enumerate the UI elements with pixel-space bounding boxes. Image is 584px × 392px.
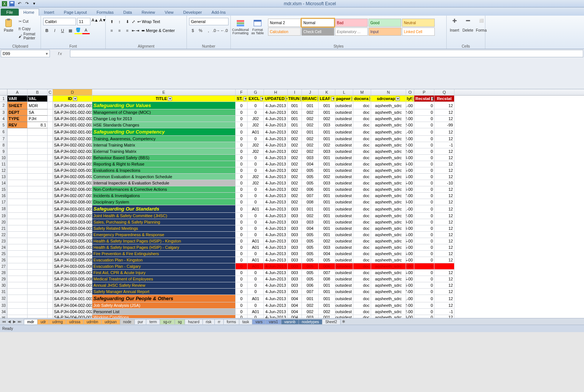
- cell-N29[interactable]: aqsheeth_sdrc: [371, 276, 406, 282]
- col-header-E[interactable]: E: [92, 89, 236, 95]
- sheet-tab-hazard[interactable]: hazard: [185, 319, 203, 324]
- cell-I15[interactable]: 002: [288, 186, 302, 193]
- cell-Q6[interactable]: 12: [434, 128, 454, 136]
- cell-Q18[interactable]: 12: [434, 205, 454, 213]
- sheet-tab-vars1[interactable]: vars1: [265, 319, 281, 324]
- cell-Q16[interactable]: 12: [434, 193, 454, 199]
- worksheet-grid[interactable]: ABCDEFGHIJKLMNOPQ 1234567891011121314151…: [0, 89, 584, 318]
- cell-P19[interactable]: 0: [414, 213, 434, 219]
- style-good[interactable]: Good: [368, 19, 401, 27]
- cell-J16[interactable]: 007: [302, 193, 319, 199]
- cell-O16[interactable]: 07-00: [406, 193, 414, 199]
- cell-O18[interactable]: 01-00: [406, 205, 414, 213]
- cell-B2[interactable]: MDR: [28, 102, 48, 109]
- cell-L26[interactable]: outsidest: [335, 257, 353, 263]
- cell-L16[interactable]: outsidest: [335, 193, 353, 199]
- cell-N31[interactable]: aqsheeth_sdrc: [371, 289, 406, 295]
- cell-B3[interactable]: SA: [28, 109, 48, 116]
- cell-K21[interactable]: 001: [319, 225, 335, 232]
- cell-L14[interactable]: outsidest: [335, 180, 353, 186]
- align-center-icon[interactable]: ≡: [116, 27, 123, 34]
- cell-P17[interactable]: 0: [414, 199, 434, 205]
- cell-K30[interactable]: 001: [319, 282, 335, 289]
- cell-O10[interactable]: 03-00: [406, 155, 414, 161]
- cell-J20[interactable]: 003: [302, 219, 319, 225]
- paste-button[interactable]: Paste: [2, 18, 15, 33]
- cell-styles-gallery[interactable]: Normal 2NormalBadGoodNeutralCalculationC…: [267, 18, 435, 36]
- cell-L24[interactable]: outsidest: [335, 244, 353, 251]
- chevron-down-icon[interactable]: ▾: [46, 51, 48, 56]
- cell-O24[interactable]: 05-00: [406, 244, 414, 251]
- col-header-I[interactable]: I: [288, 89, 302, 95]
- cell-D30[interactable]: SA-PJH-003-006-001: [53, 282, 92, 289]
- cell-K5[interactable]: 003: [319, 122, 335, 128]
- cell-D1[interactable]: ID: [53, 96, 92, 102]
- cell-D28[interactable]: SA-PJH-003-005-007: [53, 270, 92, 276]
- cell-L4[interactable]: outsidest: [335, 116, 353, 122]
- cell-N14[interactable]: aqsheeth_sdrc: [371, 180, 406, 186]
- cell-B7[interactable]: [28, 136, 48, 142]
- cell-K29[interactable]: 008: [319, 276, 335, 282]
- row-header-16[interactable]: 16: [0, 193, 7, 199]
- cell-K24[interactable]: 003: [319, 244, 335, 251]
- cell-H12[interactable]: 4-Jun-2013: [264, 167, 288, 174]
- filter-icon[interactable]: [369, 97, 370, 101]
- cell-C20[interactable]: [48, 219, 53, 225]
- cell-K32[interactable]: 001: [319, 295, 335, 302]
- cell-P27[interactable]: 0: [414, 263, 434, 270]
- cell-E11[interactable]: Reporting & Right to Refuse: [92, 161, 236, 167]
- cell-J12[interactable]: 005: [302, 167, 319, 174]
- cell-C16[interactable]: [48, 193, 53, 199]
- filter-icon[interactable]: [285, 97, 286, 101]
- cell-A18[interactable]: [7, 205, 28, 213]
- cell-O14[interactable]: 05-00: [406, 180, 414, 186]
- wrap-text-button[interactable]: ↩Wrap Text: [136, 18, 162, 25]
- cell-P8[interactable]: 0: [414, 142, 434, 148]
- tab-page-layout[interactable]: Page Layout: [59, 9, 92, 16]
- cell-C32[interactable]: [48, 295, 53, 302]
- cell-N10[interactable]: aqsheeth_sdrc: [371, 155, 406, 161]
- cell-L27[interactable]: outsidest: [335, 263, 353, 270]
- name-box[interactable]: D99▾: [1, 50, 50, 57]
- cell-F24[interactable]: 0: [236, 244, 248, 251]
- format-painter-button[interactable]: 🖌Format Painter: [17, 33, 38, 39]
- cell-I17[interactable]: 002: [288, 199, 302, 205]
- cell-L11[interactable]: outsidest: [335, 161, 353, 167]
- cell-F32[interactable]: 0: [236, 295, 248, 302]
- tab-data[interactable]: Data: [118, 9, 137, 16]
- cell-D27[interactable]: SA-PJH-003-005-006: [53, 263, 92, 270]
- cell-P34[interactable]: 0: [414, 309, 434, 315]
- cell-J2[interactable]: 001: [302, 102, 319, 109]
- cell-E21[interactable]: Safety Related Meetings: [92, 225, 236, 232]
- cell-E6[interactable]: Safeguarding Our Competency: [92, 128, 236, 136]
- cell-Q19[interactable]: 12: [434, 213, 454, 219]
- cell-Q30[interactable]: 12: [434, 282, 454, 289]
- cell-J22[interactable]: 005: [302, 232, 319, 238]
- cell-G26[interactable]: A01: [248, 257, 264, 263]
- cells-body[interactable]: VARVALIDTITLEST.EXCLUPDATEDTRUNBRANCLEAF…: [7, 96, 584, 318]
- cell-D16[interactable]: SA-PJH-002-007-001: [53, 193, 92, 199]
- tab-addins[interactable]: Add-Ins: [207, 9, 230, 16]
- cell-J35[interactable]: 003: [302, 315, 319, 318]
- cell-N28[interactable]: aqsheeth_sdrc: [371, 270, 406, 276]
- cell-G11[interactable]: 0: [248, 161, 264, 167]
- cell-L8[interactable]: outsidest: [335, 142, 353, 148]
- cell-G27[interactable]: A01: [248, 263, 264, 270]
- cell-C15[interactable]: [48, 186, 53, 193]
- cell-E29[interactable]: Medical Treatment of Employees: [92, 276, 236, 282]
- row-header-9[interactable]: 9: [0, 148, 7, 155]
- cell-A8[interactable]: [7, 142, 28, 148]
- cell-K7[interactable]: 001: [319, 136, 335, 142]
- cell-M25[interactable]: doc: [353, 251, 371, 257]
- col-header-P[interactable]: P: [414, 89, 434, 95]
- cell-A32[interactable]: [7, 295, 28, 302]
- cell-P10[interactable]: 0: [414, 155, 434, 161]
- cell-F5[interactable]: 0: [236, 122, 248, 128]
- cell-P18[interactable]: 0: [414, 205, 434, 213]
- cell-Q35[interactable]: 12: [434, 315, 454, 318]
- cell-J26[interactable]: 005: [302, 257, 319, 263]
- cell-L32[interactable]: outsidest: [335, 295, 353, 302]
- cell-P11[interactable]: 0: [414, 161, 434, 167]
- cell-B35[interactable]: [28, 315, 48, 318]
- col-header-F[interactable]: F: [236, 89, 248, 95]
